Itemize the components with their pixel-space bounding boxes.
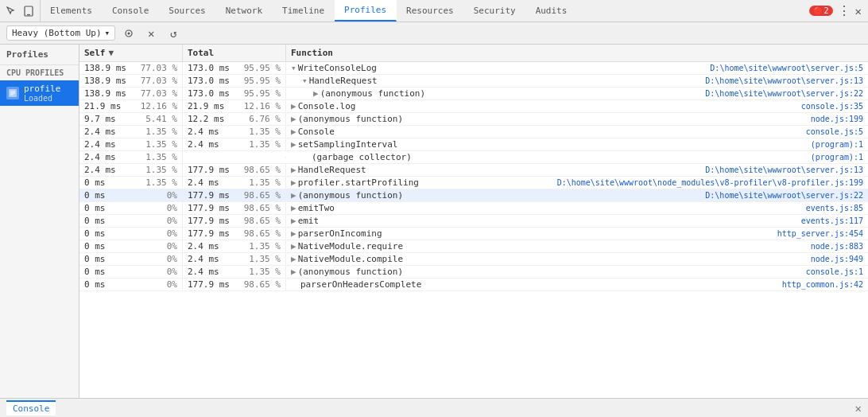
file-link[interactable]: events.js:117 — [795, 216, 863, 225]
nav-close-button[interactable]: ✕ — [855, 5, 862, 18]
table-row[interactable]: 0 ms 1.35 % 2.4 ms 1.35 % ▶ profiler.sta… — [79, 177, 868, 189]
table-row[interactable]: 0 ms 0% 177.9 ms 98.65 % parserOnHeaders… — [79, 279, 868, 291]
cell-self: 9.7 ms 5.41 % — [79, 113, 183, 125]
devtools-nav: Elements Console Sources Network Timelin… — [0, 0, 868, 22]
expand-arrow-icon[interactable]: ▶ — [291, 139, 296, 150]
sort-arrow-icon: ▼ — [109, 48, 114, 58]
table-row[interactable]: 138.9 ms 77.03 % 173.0 ms 95.95 % ▾ Writ… — [79, 62, 868, 75]
function-name: HandleRequest — [298, 165, 366, 175]
file-link[interactable]: http_common.js:42 — [776, 280, 863, 289]
file-link[interactable]: D:\home\site\wwwroot\server.js:13 — [699, 76, 863, 85]
function-name: Console.log — [298, 101, 356, 111]
profiles-toolbar: Heavy (Bottom Up) ▾ ✕ ↺ — [0, 22, 868, 45]
table-row[interactable]: 138.9 ms 77.03 % 173.0 ms 95.95 % ▶ (ano… — [79, 88, 868, 100]
file-link[interactable]: D:\home\site\wwwroot\server.js:13 — [699, 166, 863, 174]
cell-function: ▶ Console.log console.js:35 — [286, 100, 868, 112]
expand-arrow-icon[interactable]: ▶ — [291, 254, 296, 264]
view-mode-dropdown[interactable]: Heavy (Bottom Up) ▾ — [6, 25, 115, 41]
expand-arrow-icon[interactable]: ▶ — [291, 216, 296, 226]
cell-function: ▶ Console console.js:5 — [286, 126, 868, 138]
table-row[interactable]: 2.4 ms 1.35 % 2.4 ms 1.35 % ▶ setSamplin… — [79, 138, 868, 151]
reload-button[interactable]: ↺ — [165, 25, 182, 42]
table-row[interactable]: 0 ms 0% 2.4 ms 1.35 % ▶ (anonymous funct… — [79, 266, 868, 279]
expand-arrow-icon[interactable]: ▾ — [302, 76, 308, 86]
expand-arrow-icon[interactable]: ▶ — [313, 88, 319, 99]
table-row[interactable]: 0 ms 0% 2.4 ms 1.35 % ▶ NativeModule.com… — [79, 253, 868, 266]
bottom-tab-console[interactable]: Console — [6, 400, 56, 415]
table-row[interactable]: 0 ms 0% 177.9 ms 98.65 % ▶ emit events.j… — [79, 215, 868, 228]
cell-function: ▶ setSamplingInterval (program):1 — [286, 138, 868, 150]
function-name: (anonymous function) — [298, 190, 403, 201]
tab-sources[interactable]: Sources — [159, 0, 215, 21]
table-row[interactable]: 9.7 ms 5.41 % 12.2 ms 6.76 % ▶ (anonymou… — [79, 113, 868, 126]
expand-arrow-icon[interactable]: ▶ — [291, 114, 296, 124]
focus-button[interactable] — [120, 25, 138, 42]
header-total[interactable]: Total — [183, 45, 286, 61]
device-icon[interactable] — [22, 5, 35, 18]
file-link[interactable]: D:\home\site\wwwroot\server.js:5 — [703, 64, 863, 72]
table-row[interactable]: 0 ms 0% 177.9 ms 98.65 % ▶ parserOnIncom… — [79, 228, 868, 240]
expand-arrow-icon[interactable]: ▶ — [291, 203, 296, 213]
file-link[interactable]: events.js:85 — [800, 204, 863, 212]
tab-security[interactable]: Security — [464, 0, 526, 21]
file-link[interactable]: (program):1 — [804, 153, 863, 162]
cell-function: ▶ parserOnIncoming http_server.js:454 — [286, 228, 868, 240]
cell-self: 2.4 ms 1.35 % — [79, 151, 183, 163]
file-link[interactable]: D:\home\site\wwwroot\node_modules\v8-pro… — [551, 178, 863, 187]
expand-arrow-icon[interactable]: ▶ — [291, 127, 296, 137]
expand-arrow-icon[interactable]: ▶ — [291, 267, 296, 277]
function-name: (garbage collector) — [312, 152, 412, 162]
expand-arrow-icon[interactable]: ▶ — [291, 241, 296, 251]
cell-function: ▾ WriteConsoleLog D:\home\site\wwwroot\s… — [286, 62, 868, 74]
file-link[interactable]: node.js:199 — [804, 115, 863, 123]
file-link[interactable]: console.js:5 — [800, 127, 863, 136]
tab-resources[interactable]: Resources — [397, 0, 464, 21]
sidebar-section-cpu: CPU PROFILES — [0, 65, 79, 80]
file-link[interactable]: console.js:35 — [795, 102, 863, 111]
table-row[interactable]: 0 ms 0% 2.4 ms 1.35 % ▶ NativeModule.req… — [79, 240, 868, 253]
sidebar: Profiles CPU PROFILES profile Loaded — [0, 45, 79, 398]
cell-self: 0 ms 1.35 % — [79, 177, 183, 189]
cell-total: 177.9 ms 98.65 % — [183, 189, 286, 201]
table-row[interactable]: 2.4 ms 1.35 % 2.4 ms 1.35 % ▶ Console co… — [79, 126, 868, 138]
function-name: emitTwo — [298, 203, 335, 213]
table-row[interactable]: 0 ms 0% 177.9 ms 98.65 % ▶ (anonymous fu… — [79, 189, 868, 202]
file-link[interactable]: node.js:949 — [804, 255, 863, 263]
header-self[interactable]: Self ▼ — [79, 45, 183, 61]
sidebar-item-profile[interactable]: profile Loaded — [0, 80, 79, 106]
tab-console[interactable]: Console — [103, 0, 159, 21]
clear-button[interactable]: ✕ — [142, 25, 160, 42]
table-row[interactable]: 2.4 ms 1.35 % (garbage collector) (progr… — [79, 151, 868, 164]
tab-network[interactable]: Network — [216, 0, 273, 21]
tab-elements[interactable]: Elements — [41, 0, 103, 21]
expand-arrow-icon[interactable]: ▶ — [291, 165, 296, 175]
file-link[interactable]: D:\home\site\wwwroot\server.js:22 — [699, 89, 863, 98]
expand-arrow-icon[interactable]: ▶ — [291, 101, 296, 111]
file-link[interactable]: http_server.js:454 — [771, 229, 863, 238]
table-row[interactable]: 0 ms 0% 177.9 ms 98.65 % ▶ emitTwo event… — [79, 202, 868, 215]
expand-arrow-icon[interactable]: ▶ — [291, 190, 296, 201]
function-name: parserOnHeadersComplete — [300, 279, 421, 290]
cell-self: 0 ms 0% — [79, 240, 183, 252]
tab-audits[interactable]: Audits — [526, 0, 578, 21]
file-link[interactable]: console.js:1 — [800, 267, 863, 276]
cell-total: 2.4 ms 1.35 % — [183, 266, 286, 278]
profile-table-area: Self ▼ Total Function 138.9 ms 77.03 % 1… — [79, 45, 868, 398]
table-row[interactable]: 21.9 ms 12.16 % 21.9 ms 12.16 % ▶ Consol… — [79, 100, 868, 113]
cell-function: ▶ (anonymous function) node.js:199 — [286, 113, 868, 125]
file-link[interactable]: D:\home\site\wwwroot\server.js:22 — [699, 191, 863, 200]
file-link[interactable]: node.js:883 — [804, 242, 863, 251]
file-link[interactable]: (program):1 — [804, 140, 863, 149]
expand-arrow-icon[interactable]: ▶ — [291, 177, 296, 188]
bottom-close-button[interactable]: ✕ — [855, 402, 862, 415]
table-row[interactable]: 138.9 ms 77.03 % 173.0 ms 95.95 % ▾ Hand… — [79, 75, 868, 88]
expand-arrow-icon[interactable]: ▾ — [291, 63, 296, 73]
function-name: Console — [298, 127, 335, 137]
tab-profiles[interactable]: Profiles — [335, 0, 397, 21]
nav-more-button[interactable]: ⋮ — [838, 3, 851, 18]
function-name: setSamplingInterval — [298, 139, 398, 150]
tab-timeline[interactable]: Timeline — [273, 0, 335, 21]
table-row[interactable]: 2.4 ms 1.35 % 177.9 ms 98.65 % ▶ HandleR… — [79, 164, 868, 177]
inspect-icon[interactable] — [5, 5, 17, 18]
expand-arrow-icon[interactable]: ▶ — [291, 228, 296, 239]
